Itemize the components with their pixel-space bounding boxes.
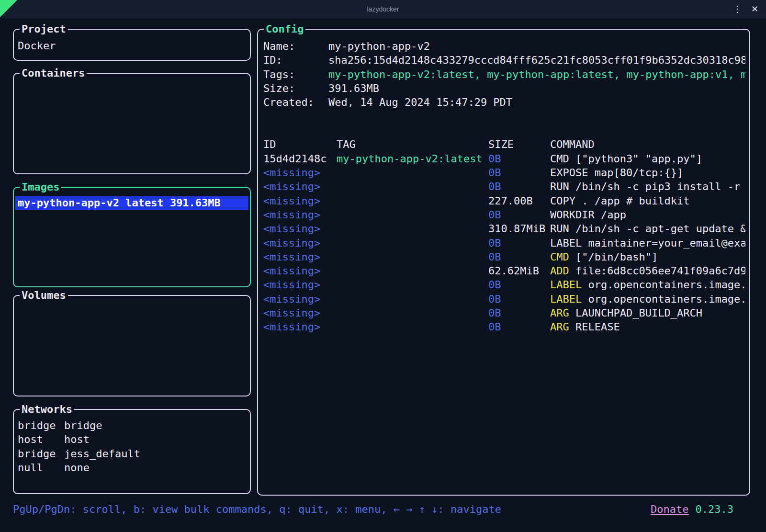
networks-panel-title: Networks bbox=[20, 402, 74, 416]
layer-tag bbox=[337, 222, 488, 236]
command-keyword: ADD bbox=[550, 265, 569, 277]
network-list-item[interactable]: host host bbox=[18, 432, 246, 446]
layer-size: 0B bbox=[488, 166, 550, 180]
layer-tag bbox=[337, 320, 488, 334]
layer-size: 0B bbox=[488, 292, 550, 306]
layer-id: <missing> bbox=[263, 250, 337, 264]
config-details: Name: my-python-app-v2 ID: sha256:15d4d2… bbox=[258, 30, 749, 495]
layer-command: ARG LAUNCHPAD_BUILD_ARCH bbox=[550, 306, 745, 320]
command-text: ["/bin/bash"] bbox=[569, 251, 658, 263]
config-info-row: ID: sha256:15d4d2148c433279cccd84fff625c… bbox=[263, 53, 745, 67]
network-list-item[interactable]: null none bbox=[18, 461, 246, 475]
column-header-command: COMMAND bbox=[550, 137, 745, 151]
version-label: 0.23.3 bbox=[696, 502, 733, 516]
layer-command: EXPOSE map[80/tcp:{}] bbox=[550, 166, 745, 180]
layer-id: <missing> bbox=[263, 166, 337, 180]
status-right-group: Donate 0.23.3 bbox=[651, 502, 733, 516]
table-row: <missing> 0B ARG RELEASE bbox=[263, 320, 745, 334]
network-list-item[interactable]: bridge jess_default bbox=[18, 447, 246, 461]
layer-command: RUN /bin/sh -c apt-get update & bbox=[550, 222, 745, 236]
images-panel-title: Images bbox=[20, 180, 61, 194]
command-keyword: ARG bbox=[550, 307, 569, 319]
table-row: <missing> 227.00B COPY . /app # buildkit bbox=[263, 194, 745, 208]
containers-panel-title: Containers bbox=[20, 66, 87, 80]
layer-size: 0B bbox=[488, 236, 550, 250]
command-text: org.opencontainers.image. bbox=[582, 293, 745, 305]
layer-command: CMD ["/bin/bash"] bbox=[550, 250, 745, 264]
layer-command: LABEL org.opencontainers.image. bbox=[550, 278, 745, 292]
network-name: jess_default bbox=[64, 447, 246, 461]
volumes-panel[interactable]: Volumes bbox=[13, 295, 251, 396]
layer-command: LABEL maintainer=your_email@exa bbox=[550, 236, 745, 250]
network-name: none bbox=[64, 461, 246, 475]
layer-tag bbox=[337, 180, 488, 193]
table-row: <missing> 0B CMD ["/bin/bash"] bbox=[263, 250, 745, 264]
menu-kebab-icon[interactable]: ⋮ bbox=[733, 0, 742, 18]
layer-tag bbox=[337, 292, 488, 306]
config-info-row: Name: my-python-app-v2 bbox=[263, 39, 745, 53]
table-row: <missing> 0B WORKDIR /app bbox=[263, 208, 745, 222]
project-panel[interactable]: Project Docker bbox=[13, 29, 251, 61]
command-text: COPY . /app # buildkit bbox=[550, 195, 689, 207]
network-list-item[interactable]: bridge bridge bbox=[18, 419, 246, 432]
layer-size: 0B bbox=[488, 152, 550, 166]
layer-size: 0B bbox=[488, 250, 550, 264]
config-panel-title: Config bbox=[264, 22, 305, 36]
layer-tag bbox=[337, 236, 488, 250]
command-text: WORKDIR /app bbox=[550, 209, 626, 221]
layer-command: RUN /bin/sh -c pip3 install -r bbox=[550, 180, 745, 193]
layer-tag bbox=[337, 278, 488, 292]
layer-tag bbox=[337, 250, 488, 264]
config-info-row: Size: 391.63MB bbox=[263, 81, 745, 95]
command-text: EXPOSE map[80/tcp:{}] bbox=[550, 167, 683, 179]
title-bar: lazydocker ⋮ ✕ bbox=[0, 0, 766, 18]
layer-tag: my-python-app-v2:latest bbox=[337, 152, 488, 166]
layer-command: WORKDIR /app bbox=[550, 208, 745, 222]
images-panel[interactable]: Images my-python-app-v2 latest 391.63MB bbox=[13, 187, 251, 287]
command-text: RELEASE bbox=[569, 321, 620, 333]
config-value-size: 391.63MB bbox=[328, 81, 745, 95]
config-info-row: Created: Wed, 14 Aug 2024 15:47:29 PDT bbox=[263, 95, 745, 109]
table-row: <missing> 0B LABEL org.opencontainers.im… bbox=[263, 278, 745, 292]
containers-panel[interactable]: Containers bbox=[13, 73, 251, 174]
command-text: LAUNCHPAD_BUILD_ARCH bbox=[569, 307, 702, 319]
command-keyword: CMD bbox=[550, 251, 569, 263]
command-keyword: LABEL bbox=[550, 279, 582, 291]
column-header-size: SIZE bbox=[488, 137, 550, 151]
config-value-created: Wed, 14 Aug 2024 15:47:29 PDT bbox=[328, 95, 745, 109]
layer-id: <missing> bbox=[263, 306, 337, 320]
command-text: file:6d8cc056ee741f09a6c7d9 bbox=[569, 265, 745, 277]
layer-id: <missing> bbox=[263, 180, 337, 193]
network-driver: host bbox=[18, 432, 64, 446]
layer-size: 62.62MiB bbox=[488, 264, 550, 278]
keybindings-help: PgUp/PgDn: scroll, b: view bulk commands… bbox=[13, 502, 501, 516]
project-panel-title: Project bbox=[20, 22, 68, 36]
layer-size: 0B bbox=[488, 208, 550, 222]
config-value-id: sha256:15d4d2148c433279cccd84fff625c21fc… bbox=[328, 53, 745, 67]
networks-panel[interactable]: Networks bridge bridge host host bridge … bbox=[13, 409, 251, 494]
layer-command: LABEL org.opencontainers.image. bbox=[550, 292, 745, 306]
command-text: CMD ["python3" "app.py"] bbox=[550, 153, 702, 165]
command-keyword: LABEL bbox=[550, 293, 582, 305]
config-info-row: Tags: my-python-app-v2:latest, my-python… bbox=[263, 68, 745, 81]
table-row: <missing> 0B ARG LAUNCHPAD_BUILD_ARCH bbox=[263, 306, 745, 320]
window-controls: ⋮ ✕ bbox=[733, 0, 758, 18]
image-list-item-selected[interactable]: my-python-app-v2 latest 391.63MB bbox=[15, 196, 248, 210]
layer-id: <missing> bbox=[263, 320, 337, 334]
layer-command: ADD file:6d8cc056ee741f09a6c7d9 bbox=[550, 264, 745, 278]
network-driver: bridge bbox=[18, 419, 64, 432]
donate-link[interactable]: Donate bbox=[651, 502, 688, 516]
layer-tag bbox=[337, 194, 488, 208]
column-header-tag: TAG bbox=[337, 137, 488, 151]
command-keyword: ARG bbox=[550, 321, 569, 333]
command-text: RUN /bin/sh -c pip3 install -r bbox=[550, 181, 740, 192]
close-icon[interactable]: ✕ bbox=[751, 0, 758, 18]
command-text: LABEL maintainer=your_email@exa bbox=[550, 237, 745, 249]
layer-tag bbox=[337, 208, 488, 222]
layer-command: COPY . /app # buildkit bbox=[550, 194, 745, 208]
network-driver: bridge bbox=[18, 447, 64, 461]
config-panel[interactable]: Config Name: my-python-app-v2 ID: sha256… bbox=[257, 29, 750, 496]
layer-size: 0B bbox=[488, 278, 550, 292]
layer-id: 15d4d2148c bbox=[263, 152, 337, 166]
table-row: <missing> 310.87MiB RUN /bin/sh -c apt-g… bbox=[263, 222, 745, 236]
